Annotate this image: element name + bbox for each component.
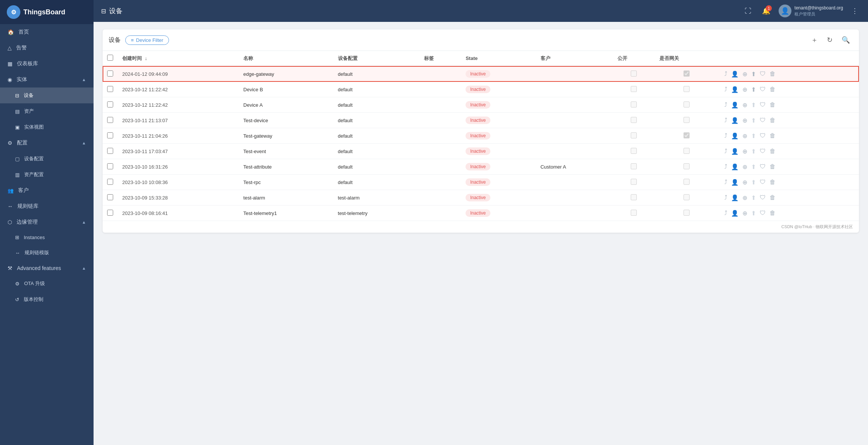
row-public-checkbox[interactable] — [631, 86, 637, 92]
delete-button[interactable]: 🗑 — [768, 148, 777, 155]
row-is-gateway-checkbox[interactable] — [684, 71, 690, 77]
assign-customer-button[interactable]: 👤 — [730, 194, 740, 201]
sidebar-item-asset[interactable]: 资产 — [0, 103, 94, 119]
select-all-checkbox[interactable] — [107, 55, 113, 61]
assign-customer-button[interactable]: 👤 — [730, 117, 740, 124]
row-name[interactable]: Test-event — [239, 144, 333, 159]
row-select-checkbox[interactable] — [107, 179, 113, 185]
row-name[interactable]: Device B — [239, 82, 333, 97]
row-select-checkbox[interactable] — [107, 86, 113, 92]
user-menu[interactable]: 👤 tenant@thingsboard.org 租户管理员 — [779, 5, 843, 17]
sidebar-item-device[interactable]: 设备 — [0, 87, 94, 103]
security-button[interactable]: 🛡 — [758, 194, 767, 201]
device-filter-button[interactable]: Device Filter — [125, 35, 169, 45]
sidebar-section-edge[interactable]: 边缘管理 ▲ — [0, 214, 94, 230]
sidebar-item-assetprofile[interactable]: 资产配置 — [0, 167, 94, 183]
sidebar-item-deviceprofile[interactable]: 设备配置 — [0, 151, 94, 167]
sidebar-item-instances[interactable]: Instances — [0, 230, 94, 245]
security-button[interactable]: 🛡 — [758, 132, 767, 139]
row-select-checkbox[interactable] — [107, 194, 113, 200]
row-name[interactable]: Test-device — [239, 113, 333, 128]
share-button[interactable]: ⤴ — [723, 179, 729, 186]
copy-button[interactable]: ⊕ — [741, 71, 749, 78]
sidebar-item-version[interactable]: 版本控制 — [0, 292, 94, 307]
sidebar-item-dashboard[interactable]: 仪表板库 — [0, 56, 94, 72]
share-button[interactable]: ⤴ — [723, 210, 729, 216]
row-name[interactable]: Test-rpc — [239, 175, 333, 190]
refresh-button[interactable]: ↻ — [824, 34, 836, 46]
row-public-checkbox[interactable] — [631, 101, 637, 107]
push-button[interactable]: ⬆ — [750, 86, 757, 93]
delete-button[interactable]: 🗑 — [768, 163, 777, 170]
sidebar-item-home[interactable]: 首页 — [0, 24, 94, 40]
sidebar-item-alert[interactable]: 告警 — [0, 40, 94, 56]
sidebar-section-config[interactable]: 配置 ▲ — [0, 135, 94, 151]
copy-button[interactable]: ⊕ — [741, 101, 749, 109]
row-is-gateway-checkbox[interactable] — [684, 132, 690, 138]
row-public-checkbox[interactable] — [631, 117, 637, 123]
delete-button[interactable]: 🗑 — [768, 86, 777, 93]
more-menu-button[interactable]: ⋮ — [849, 5, 860, 17]
row-is-gateway-checkbox[interactable] — [684, 148, 690, 154]
sidebar-section-entity[interactable]: 实体 ▲ — [0, 72, 94, 87]
security-button[interactable]: 🛡 — [758, 210, 767, 216]
sidebar-item-customer[interactable]: 客户 — [0, 183, 94, 198]
sidebar-item-rule[interactable]: 规则链库 — [0, 198, 94, 214]
share-button[interactable]: ⤴ — [723, 132, 729, 139]
row-select-checkbox[interactable] — [107, 101, 113, 107]
assign-customer-button[interactable]: 👤 — [730, 101, 740, 109]
row-name[interactable]: Test-gateway — [239, 128, 333, 144]
delete-button[interactable]: 🗑 — [768, 117, 777, 124]
copy-button[interactable]: ⊕ — [741, 86, 749, 93]
row-name[interactable]: Test-attribute — [239, 159, 333, 175]
fullscreen-button[interactable]: ⛶ — [742, 5, 754, 17]
notifications-button[interactable]: 🔔 1 — [760, 5, 773, 17]
row-public-checkbox[interactable] — [631, 71, 637, 77]
row-is-gateway-checkbox[interactable] — [684, 210, 690, 216]
security-button[interactable]: 🛡 — [758, 148, 767, 155]
delete-button[interactable]: 🗑 — [768, 210, 777, 216]
copy-button[interactable]: ⊕ — [741, 179, 749, 186]
security-button[interactable]: 🛡 — [758, 86, 767, 93]
delete-button[interactable]: 🗑 — [768, 101, 777, 108]
row-public-checkbox[interactable] — [631, 179, 637, 185]
sidebar-item-edgerule[interactable]: 规则链模版 — [0, 245, 94, 261]
share-button[interactable]: ⤴ — [723, 194, 729, 201]
assign-customer-button[interactable]: 👤 — [730, 86, 740, 93]
security-button[interactable]: 🛡 — [758, 101, 767, 108]
delete-button[interactable]: 🗑 — [768, 132, 777, 139]
row-name[interactable]: Device A — [239, 97, 333, 113]
row-name[interactable]: edge-gateway — [239, 66, 333, 82]
share-button[interactable]: ⤴ — [723, 117, 729, 124]
copy-button[interactable]: ⊕ — [741, 194, 749, 201]
share-button[interactable]: ⤴ — [723, 163, 729, 170]
row-name[interactable]: test-alarm — [239, 190, 333, 206]
sidebar-item-entityview[interactable]: 实体视图 — [0, 119, 94, 135]
row-is-gateway-checkbox[interactable] — [684, 163, 690, 169]
security-button[interactable]: 🛡 — [758, 163, 767, 170]
row-select-checkbox[interactable] — [107, 71, 113, 77]
row-public-checkbox[interactable] — [631, 194, 637, 200]
row-is-gateway-checkbox[interactable] — [684, 86, 690, 92]
delete-button[interactable]: 🗑 — [768, 194, 777, 201]
row-is-gateway-checkbox[interactable] — [684, 101, 690, 107]
copy-button[interactable]: ⊕ — [741, 117, 749, 124]
row-public-checkbox[interactable] — [631, 163, 637, 169]
assign-customer-button[interactable]: 👤 — [730, 179, 740, 186]
row-is-gateway-checkbox[interactable] — [684, 194, 690, 200]
row-select-checkbox[interactable] — [107, 148, 113, 154]
add-device-button[interactable]: ＋ — [808, 34, 821, 46]
row-public-checkbox[interactable] — [631, 132, 637, 138]
copy-button[interactable]: ⊕ — [741, 163, 749, 170]
sidebar-section-advanced[interactable]: Advanced features ▲ — [0, 261, 94, 276]
assign-customer-button[interactable]: 👤 — [730, 210, 740, 217]
security-button[interactable]: 🛡 — [758, 117, 767, 124]
push-button[interactable]: ⬆ — [750, 71, 757, 78]
row-is-gateway-checkbox[interactable] — [684, 179, 690, 185]
delete-button[interactable]: 🗑 — [768, 71, 777, 77]
share-button[interactable]: ⤴ — [723, 86, 729, 93]
delete-button[interactable]: 🗑 — [768, 179, 777, 186]
assign-customer-button[interactable]: 👤 — [730, 163, 740, 170]
row-select-checkbox[interactable] — [107, 117, 113, 123]
assign-customer-button[interactable]: 👤 — [730, 148, 740, 155]
